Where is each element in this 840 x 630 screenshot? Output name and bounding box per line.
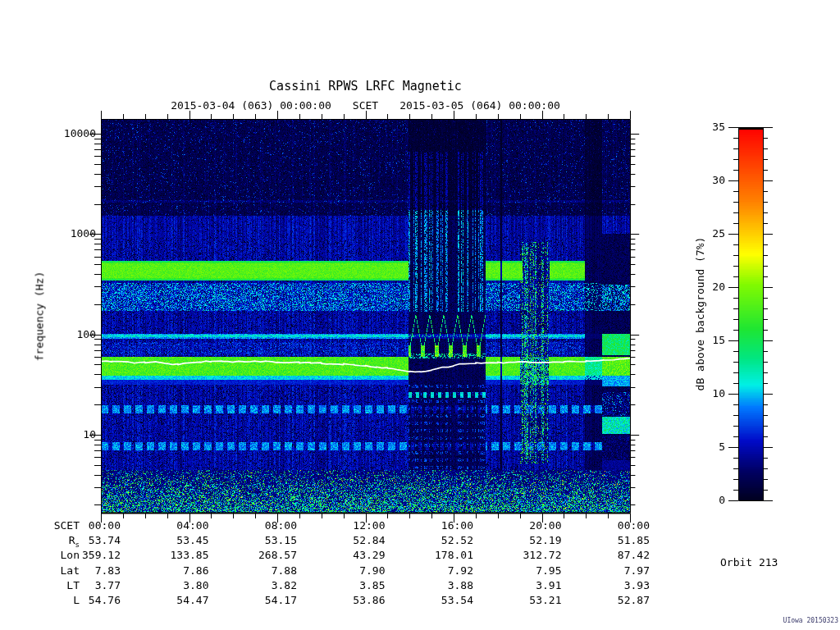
y-tick-label: 10000 xyxy=(30,127,96,139)
ephemeris-cell: 54.47 xyxy=(147,594,209,606)
scet-axis-label: SCET xyxy=(353,99,378,112)
plot-title: Cassini RPWS LRFC Magnetic xyxy=(101,79,630,94)
ephemeris-cell: 133.85 xyxy=(147,549,209,561)
ephemeris-cell: 53.86 xyxy=(323,594,386,606)
ephemeris-cell: 52.87 xyxy=(587,594,650,606)
plot-subtitle: 2015-03-04 (063) 00:00:00 SCET 2015-03-0… xyxy=(101,99,630,112)
ephemeris-cell: 7.86 xyxy=(147,564,209,577)
colorbar-tick-label: 25 xyxy=(692,227,725,240)
ephemeris-cell: 7.88 xyxy=(235,564,297,577)
y-tick-label: 1000 xyxy=(30,227,96,240)
plot-page: Cassini RPWS LRFC Magnetic 2015-03-04 (0… xyxy=(0,0,840,630)
scet-end-label: 2015-03-05 (064) 00:00:00 xyxy=(399,99,560,112)
colorbar-tick-label: 10 xyxy=(692,387,725,399)
ephemeris-cell: 3.93 xyxy=(587,579,650,591)
ephemeris-cell: 54.17 xyxy=(235,594,297,606)
colorbar-label: dB above background (7%) xyxy=(694,228,706,400)
colorbar-tick-label: 5 xyxy=(692,441,725,453)
ephemeris-cell: 268.57 xyxy=(235,549,297,561)
ephemeris-cell: 16:00 xyxy=(411,519,473,532)
ephemeris-cell: 3.88 xyxy=(411,579,473,591)
ephemeris-cell: 3.80 xyxy=(147,579,209,591)
ephemeris-cell: 53.45 xyxy=(147,534,209,546)
ephemeris-cell: 00:00 xyxy=(58,519,121,532)
colorbar-tick-label: 0 xyxy=(692,494,725,506)
ephemeris-cell: 08:00 xyxy=(235,519,297,532)
ephemeris-cell: 312.72 xyxy=(500,549,562,561)
ephemeris-cell: 52.19 xyxy=(500,534,562,546)
ephemeris-cell: 52.84 xyxy=(323,534,386,546)
ephemeris-cell: 7.83 xyxy=(58,564,121,577)
ephemeris-cell: 359.12 xyxy=(58,549,121,561)
ephemeris-cell: 52.52 xyxy=(411,534,473,546)
ephemeris-cell: 7.97 xyxy=(587,564,650,577)
y-tick-label: 10 xyxy=(30,428,96,441)
colorbar-tick-label: 15 xyxy=(692,334,725,346)
colorbar-tick-label: 35 xyxy=(692,121,725,133)
ephemeris-cell: 53.54 xyxy=(411,594,473,606)
ephemeris-cell: 7.92 xyxy=(411,564,473,577)
ephemeris-cell: 178.01 xyxy=(411,549,473,561)
ephemeris-cell: 12:00 xyxy=(323,519,386,532)
ephemeris-cell: 43.29 xyxy=(323,549,386,561)
ephemeris-cell: 3.91 xyxy=(500,579,562,591)
ephemeris-cell: 51.85 xyxy=(587,534,650,546)
ephemeris-cell: 3.82 xyxy=(235,579,297,591)
ephemeris-cell: 3.85 xyxy=(323,579,386,591)
orbit-label: Orbit 213 xyxy=(720,556,778,568)
y-tick-label: 100 xyxy=(30,328,96,340)
colorbar-tick-label: 20 xyxy=(692,281,725,293)
ephemeris-cell: 87.42 xyxy=(587,549,650,561)
scet-start-label: 2015-03-04 (063) 00:00:00 xyxy=(171,99,331,112)
ephemeris-cell: 3.77 xyxy=(58,579,121,591)
ephemeris-cell: 53.21 xyxy=(500,594,562,606)
ephemeris-cell: 20:00 xyxy=(500,519,562,532)
ephemeris-cell: 00:00 xyxy=(587,519,650,532)
ephemeris-cell: 04:00 xyxy=(147,519,209,532)
y-axis-label: frequency (Hz) xyxy=(34,226,46,407)
ephemeris-cell: 53.15 xyxy=(235,534,297,546)
processing-stamp: UIowa 20150323 xyxy=(773,617,838,624)
colorbar-tick-label: 30 xyxy=(692,174,725,186)
ephemeris-cell: 7.95 xyxy=(500,564,562,577)
ephemeris-cell: 7.90 xyxy=(323,564,386,577)
ephemeris-cell: 53.74 xyxy=(58,534,121,546)
ephemeris-cell: 54.76 xyxy=(58,594,121,606)
